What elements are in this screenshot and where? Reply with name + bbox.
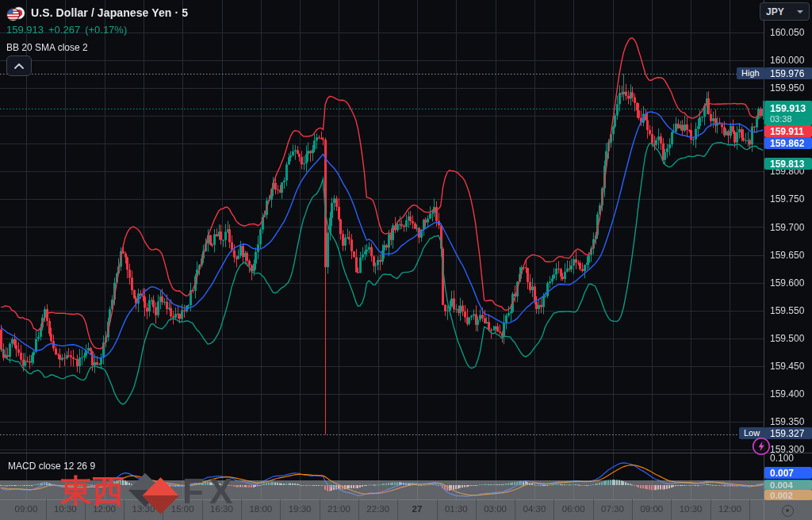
time-axis-label: 10:30 bbox=[54, 504, 77, 514]
time-axis-label: 01:30 bbox=[445, 504, 468, 514]
time-axis-tick bbox=[710, 499, 711, 520]
time-axis-label: 27 bbox=[412, 504, 423, 514]
price-change: +0.267 bbox=[48, 24, 80, 36]
time-axis-tick bbox=[163, 499, 163, 520]
time-axis-label: 12:00 bbox=[93, 504, 116, 514]
time-axis-label: 13:30 bbox=[132, 504, 155, 514]
macd-hist-value-badge: 0.002 bbox=[764, 490, 812, 500]
time-axis-tick bbox=[437, 499, 438, 520]
time-axis-tick bbox=[241, 499, 242, 520]
price-axis-label: 159.550 bbox=[770, 304, 811, 317]
price-axis-label: 160.000 bbox=[770, 54, 811, 67]
price-axis-label: 159.700 bbox=[770, 221, 811, 234]
macd-signal-value-badge: 0.004 bbox=[764, 480, 812, 490]
time-axis-tick bbox=[202, 499, 203, 520]
price-axis-label: 159.650 bbox=[770, 249, 811, 262]
chevron-down-icon bbox=[797, 10, 803, 13]
price-chart-canvas[interactable] bbox=[0, 0, 812, 520]
time-axis-tick bbox=[124, 499, 124, 520]
time-axis-tick bbox=[397, 499, 398, 520]
price-axis-label: 159.950 bbox=[770, 82, 811, 94]
time-axis-label: 09:00 bbox=[640, 504, 663, 514]
currency-selector-label: JPY bbox=[766, 6, 784, 17]
time-axis-tick bbox=[515, 499, 515, 520]
time-axis-label: 04:30 bbox=[523, 504, 546, 514]
price-axis-label: 159.750 bbox=[770, 193, 811, 205]
usd-jpy-flags-icon bbox=[6, 6, 25, 20]
indicator-label-macd[interactable]: MACD close 12 26 9 bbox=[8, 461, 95, 472]
time-axis-tick bbox=[553, 499, 554, 520]
time-axis-label: 15:00 bbox=[171, 504, 194, 514]
time-axis-label: 21:00 bbox=[327, 504, 350, 514]
time-axis-label: 10:30 bbox=[680, 504, 703, 514]
time-axis-label: 03:00 bbox=[484, 504, 507, 514]
tradingview-chart-window: U.S. Dollar / Japanese Yen · 5 159.913 +… bbox=[0, 0, 812, 520]
time-axis-tick bbox=[320, 499, 320, 520]
time-axis-label: 07:30 bbox=[601, 504, 624, 514]
time-axis-tick bbox=[749, 499, 750, 520]
lightning-boost-icon[interactable] bbox=[752, 437, 771, 456]
time-axis-tick bbox=[358, 499, 359, 520]
currency-selector-button[interactable]: JPY bbox=[760, 2, 810, 21]
bb-upper-value-badge: 159.911 bbox=[764, 125, 812, 137]
legend-collapse-button[interactable] bbox=[6, 55, 32, 76]
macd-axis-top-label: 0.100 bbox=[770, 453, 794, 464]
price-axis-label: 160.050 bbox=[770, 26, 811, 39]
time-axis-label: 09:00 bbox=[15, 504, 38, 514]
bb-lower-value-badge: 159.813 bbox=[764, 158, 812, 170]
time-axis-label: 18:00 bbox=[249, 504, 272, 514]
last-price: 159.913 bbox=[6, 24, 44, 36]
price-axis-label: 159.450 bbox=[770, 360, 811, 373]
time-axis-label: 16:30 bbox=[210, 504, 233, 514]
current-price-value: 159.913 bbox=[770, 103, 812, 114]
time-axis-label: 06:00 bbox=[562, 504, 585, 514]
time-axis-tick bbox=[671, 499, 672, 520]
symbol-title[interactable]: U.S. Dollar / Japanese Yen · 5 bbox=[31, 6, 188, 19]
price-axis-label: 159.350 bbox=[770, 415, 811, 428]
time-axis-tick bbox=[280, 499, 281, 520]
time-axis-label: 22:30 bbox=[366, 504, 389, 514]
high-value-badge: 159.976 bbox=[764, 67, 812, 79]
bb-basis-value-badge: 159.862 bbox=[764, 137, 812, 149]
macd-value-badge: 0.007 bbox=[764, 467, 812, 479]
chevron-up-icon bbox=[14, 63, 24, 69]
time-axis-tick bbox=[85, 499, 86, 520]
bar-countdown: 03:38 bbox=[770, 114, 812, 124]
time-axis-label: 12:00 bbox=[718, 504, 741, 514]
low-value-badge: 159.327 bbox=[764, 427, 812, 439]
indicator-label-bb[interactable]: BB 20 SMA close 2 bbox=[6, 42, 188, 54]
timezone-settings-icon[interactable] bbox=[782, 505, 794, 517]
price-axis-label: 159.500 bbox=[770, 332, 811, 345]
high-marker-chip: High bbox=[737, 67, 764, 79]
time-axis-tick bbox=[632, 499, 633, 520]
price-change-row: 159.913 +0.267 (+0.17%) bbox=[6, 24, 188, 36]
time-axis-tick bbox=[46, 499, 47, 520]
price-change-percent: (+0.17%) bbox=[85, 24, 127, 36]
time-axis-tick bbox=[593, 499, 594, 520]
price-axis-label: 159.400 bbox=[770, 388, 811, 400]
symbol-legend: U.S. Dollar / Japanese Yen · 5 159.913 +… bbox=[6, 5, 188, 54]
price-axis-label: 159.600 bbox=[770, 277, 811, 289]
current-price-badge: 159.913 03:38 bbox=[764, 101, 812, 125]
time-axis-label: 19:30 bbox=[289, 504, 312, 514]
time-axis-tick bbox=[476, 499, 477, 520]
